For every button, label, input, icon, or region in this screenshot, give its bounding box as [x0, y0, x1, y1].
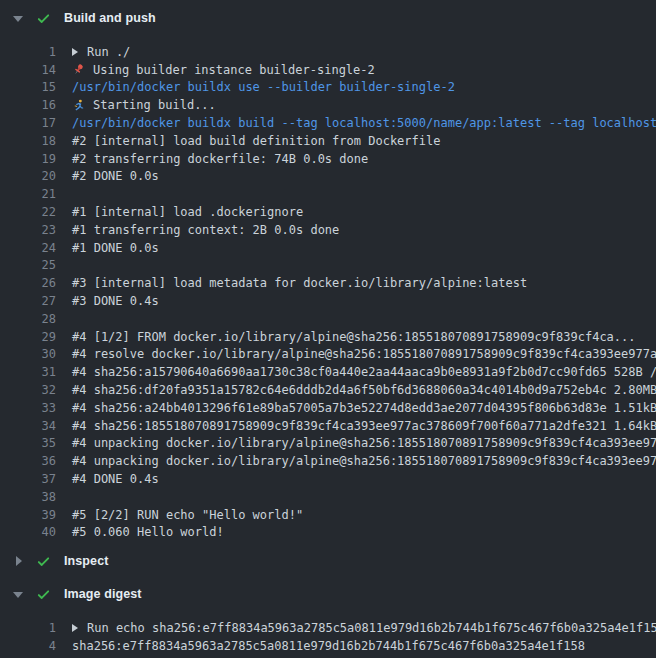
- line-number[interactable]: 38: [0, 490, 56, 504]
- line-number[interactable]: 19: [0, 152, 56, 166]
- log-line: 35#4 unpacking docker.io/library/alpine@…: [0, 435, 656, 453]
- log-text: #2 DONE 0.0s: [72, 169, 159, 183]
- log-line: 26#3 [internal] load metadata for docker…: [0, 274, 656, 292]
- line-number[interactable]: 30: [0, 347, 56, 361]
- log-line: 33#4 sha256:a24bb4013296f61e89ba57005a7b…: [0, 399, 656, 417]
- log-text: /usr/bin/docker buildx use --builder bui…: [72, 80, 455, 94]
- expand-run-icon[interactable]: [72, 624, 78, 632]
- log-text: /usr/bin/docker buildx build --tag local…: [72, 116, 656, 130]
- log-text: #4 unpacking docker.io/library/alpine@sh…: [72, 454, 656, 468]
- log-text: #3 DONE 0.4s: [72, 294, 159, 308]
- line-number[interactable]: 39: [0, 508, 56, 522]
- line-number[interactable]: 18: [0, 134, 56, 148]
- line-number[interactable]: 22: [0, 205, 56, 219]
- log-line: 37#4 DONE 0.4s: [0, 470, 656, 488]
- log-line: 38: [0, 488, 656, 506]
- chevron-right-icon[interactable]: [13, 556, 24, 567]
- log-line: 18#2 [internal] load build definition fr…: [0, 132, 656, 150]
- log-text: #4 resolve docker.io/library/alpine@sha2…: [72, 347, 656, 361]
- log-text: Run ./: [72, 45, 130, 59]
- line-number[interactable]: 23: [0, 223, 56, 237]
- log-line: 24#1 DONE 0.0s: [0, 239, 656, 257]
- success-check-icon: [36, 11, 51, 26]
- line-number[interactable]: 16: [0, 98, 56, 112]
- line-number[interactable]: 25: [0, 258, 56, 272]
- log-text: Using builder instance builder-single-2: [72, 63, 375, 77]
- line-number[interactable]: 33: [0, 401, 56, 415]
- log-line: 15/usr/bin/docker buildx use --builder b…: [0, 79, 656, 97]
- line-number[interactable]: 1: [0, 621, 56, 635]
- line-number[interactable]: 26: [0, 276, 56, 290]
- line-number[interactable]: 15: [0, 80, 56, 94]
- log-line: 21: [0, 185, 656, 203]
- log-line: 20#2 DONE 0.0s: [0, 168, 656, 186]
- log-line: 25: [0, 257, 656, 275]
- step-section-inspect: Inspect: [0, 549, 656, 573]
- line-number[interactable]: 31: [0, 365, 56, 379]
- log-line: 32#4 sha256:df20fa9351a15782c64e6dddb2d4…: [0, 381, 656, 399]
- step-title: Image digest: [64, 587, 142, 601]
- log-line: 39#5 [2/2] RUN echo "Hello world!": [0, 506, 656, 524]
- log-line: 1Run echo sha256:e7ff8834a5963a2785c5a08…: [0, 619, 656, 637]
- line-number[interactable]: 40: [0, 525, 56, 539]
- actions-log-viewer: Build and push 1Run ./14Using builder in…: [0, 0, 656, 658]
- log-text: #4 sha256:185518070891758909c9f839cf4ca3…: [72, 419, 656, 433]
- log-text: #1 [internal] load .dockerignore: [72, 205, 303, 219]
- log-text: #2 [internal] load build definition from…: [72, 134, 440, 148]
- chevron-down-icon[interactable]: [13, 589, 24, 600]
- log-line: 19#2 transferring dockerfile: 74B 0.0s d…: [0, 150, 656, 168]
- step-header-build-and-push[interactable]: Build and push: [0, 6, 656, 30]
- line-number[interactable]: 27: [0, 294, 56, 308]
- line-number[interactable]: 29: [0, 330, 56, 344]
- step-title: Build and push: [64, 11, 156, 25]
- log-text: #5 0.060 Hello world!: [72, 525, 224, 539]
- log-line: 31#4 sha256:a15790640a6690aa1730c38cf0a4…: [0, 363, 656, 381]
- log-text: #4 sha256:a15790640a6690aa1730c38cf0a440…: [72, 365, 656, 379]
- runner-icon: [72, 99, 86, 112]
- chevron-down-icon[interactable]: [13, 13, 24, 24]
- success-check-icon: [36, 587, 51, 602]
- log-line: 23#1 transferring context: 2B 0.0s done: [0, 221, 656, 239]
- log-line: 34#4 sha256:185518070891758909c9f839cf4c…: [0, 417, 656, 435]
- step-header-image-digest[interactable]: Image digest: [0, 582, 656, 606]
- log-text: #3 [internal] load metadata for docker.i…: [72, 276, 527, 290]
- log-line: 36#4 unpacking docker.io/library/alpine@…: [0, 452, 656, 470]
- log-text: #1 transferring context: 2B 0.0s done: [72, 223, 339, 237]
- line-number[interactable]: 35: [0, 436, 56, 450]
- expand-run-icon[interactable]: [72, 48, 78, 56]
- line-number[interactable]: 37: [0, 472, 56, 486]
- pushpin-icon: [72, 63, 86, 76]
- log-text: #4 [1/2] FROM docker.io/library/alpine@s…: [72, 330, 636, 344]
- log-line: 22#1 [internal] load .dockerignore: [0, 203, 656, 221]
- step-header-inspect[interactable]: Inspect: [0, 549, 656, 573]
- log-text: #2 transferring dockerfile: 74B 0.0s don…: [72, 152, 368, 166]
- log-text: #4 sha256:a24bb4013296f61e89ba57005a7b3e…: [72, 401, 656, 415]
- line-number[interactable]: 1: [0, 45, 56, 59]
- line-number[interactable]: 34: [0, 419, 56, 433]
- log-line: 16Starting build...: [0, 96, 656, 114]
- step-title: Inspect: [64, 554, 108, 568]
- log-text: Starting build...: [72, 98, 216, 112]
- log-line: 4sha256:e7ff8834a5963a2785c5a0811e979d16…: [0, 637, 656, 655]
- line-number[interactable]: 32: [0, 383, 56, 397]
- log-line: 14Using builder instance builder-single-…: [0, 61, 656, 79]
- log-text: #4 sha256:df20fa9351a15782c64e6dddb2d4a6…: [72, 383, 656, 397]
- log-line: 1Run ./: [0, 43, 656, 61]
- log-text: Run echo sha256:e7ff8834a5963a2785c5a081…: [72, 621, 656, 635]
- log-line: 27#3 DONE 0.4s: [0, 292, 656, 310]
- line-number[interactable]: 24: [0, 241, 56, 255]
- log-text: sha256:e7ff8834a5963a2785c5a0811e979d16b…: [72, 639, 585, 653]
- line-number[interactable]: 21: [0, 187, 56, 201]
- step-section-image-digest: Image digest 1Run echo sha256:e7ff8834a5…: [0, 582, 656, 658]
- line-number[interactable]: 14: [0, 63, 56, 77]
- log-text: #1 DONE 0.0s: [72, 241, 159, 255]
- step-section-build-and-push: Build and push 1Run ./14Using builder in…: [0, 6, 656, 547]
- log-text: #5 [2/2] RUN echo "Hello world!": [72, 508, 303, 522]
- log-line: 40#5 0.060 Hello world!: [0, 524, 656, 542]
- line-number[interactable]: 28: [0, 312, 56, 326]
- line-number[interactable]: 4: [0, 639, 56, 653]
- log-line: 30#4 resolve docker.io/library/alpine@sh…: [0, 346, 656, 364]
- line-number[interactable]: 36: [0, 454, 56, 468]
- line-number[interactable]: 20: [0, 169, 56, 183]
- line-number[interactable]: 17: [0, 116, 56, 130]
